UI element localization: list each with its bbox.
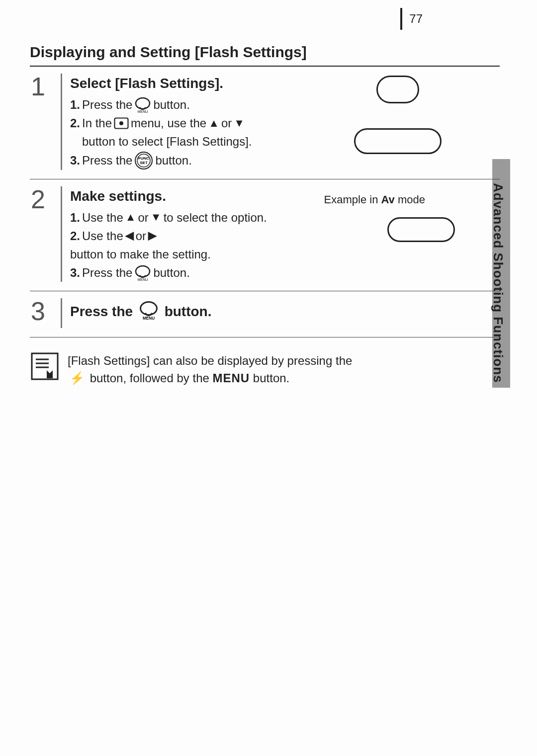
- svg-point-7: [136, 266, 150, 277]
- substep-number: 2.: [70, 114, 80, 132]
- step-2: 2 Make settings. Example in Av mode 1. U…: [30, 179, 500, 292]
- svg-point-2: [119, 121, 123, 125]
- menu-word: MENU: [213, 371, 250, 385]
- manual-page: 77 Advanced Shooting Functions Displayin…: [0, 0, 537, 407]
- substep: 3. Press the MENU button.: [70, 263, 500, 282]
- substep-number: 2.: [70, 227, 80, 245]
- right-arrow-icon: ▶: [148, 227, 157, 244]
- camera-rec-icon: [114, 117, 129, 129]
- substep-text: button to make the setting.: [70, 245, 500, 263]
- svg-text:MENU: MENU: [143, 316, 155, 320]
- func-set-button-icon: FUNC SET: [134, 151, 153, 170]
- example-post: mode: [395, 193, 425, 206]
- substep-number: 3.: [70, 151, 80, 169]
- step-title-pre: Press the: [70, 304, 137, 319]
- step-number: 3: [30, 298, 62, 328]
- substep-text: or: [136, 227, 146, 245]
- page-number: 77: [409, 12, 423, 26]
- tip-note: [Flash Settings] can also be displayed b…: [30, 351, 500, 387]
- callout-oval: [387, 217, 455, 242]
- svg-text:SET: SET: [140, 161, 148, 165]
- substep-text: In the: [82, 114, 112, 132]
- svg-rect-11: [32, 353, 58, 379]
- flash-icon: ⚡: [70, 370, 85, 387]
- substep-text: to select the option.: [164, 208, 267, 227]
- substep-text: Use the: [82, 208, 123, 227]
- tip-line2a: button, followed by the: [90, 371, 213, 385]
- substep-number: 1.: [70, 95, 80, 114]
- step-2-figure: [387, 217, 455, 242]
- up-arrow-icon: ▲: [208, 115, 219, 132]
- svg-point-0: [136, 98, 150, 109]
- example-pre: Example in: [324, 193, 381, 206]
- note-icon: [30, 351, 60, 381]
- step-body: Make settings. Example in Av mode 1. Use…: [70, 186, 500, 282]
- substep-text: or: [138, 208, 149, 227]
- substep-text: or: [221, 114, 232, 132]
- step-title: Make settings.: [70, 188, 500, 204]
- substep-text: button.: [153, 263, 189, 282]
- menu-button-icon: MENU: [134, 96, 151, 113]
- left-arrow-icon: ◀: [125, 227, 134, 244]
- svg-point-9: [140, 302, 157, 315]
- callout-oval: [354, 128, 442, 154]
- substep-number: 1.: [70, 208, 80, 227]
- up-arrow-icon: ▲: [125, 209, 136, 226]
- substep-text: Use the: [82, 227, 123, 245]
- step-body: Press the MENU button.: [70, 298, 500, 328]
- step-title-post: button.: [165, 304, 212, 319]
- substep-text: button.: [155, 151, 191, 169]
- svg-text:FUNC: FUNC: [138, 156, 149, 161]
- tip-text: [Flash Settings] can also be displayed b…: [68, 351, 500, 387]
- down-arrow-icon: ▼: [151, 209, 162, 226]
- page-number-block: 77: [400, 8, 423, 30]
- substep-text: Press the: [82, 95, 132, 114]
- step-number: 2: [30, 186, 62, 282]
- substep-text: menu, use the: [131, 114, 206, 132]
- step-number: 1: [30, 74, 62, 170]
- substep-text: button.: [153, 95, 189, 114]
- tip-line1: [Flash Settings] can also be displayed b…: [68, 354, 352, 367]
- substep-text: Press the: [82, 263, 132, 282]
- step-3: 3 Press the MENU button.: [30, 291, 500, 337]
- substep-number: 3.: [70, 263, 80, 282]
- example-mode-label: Example in Av mode: [324, 193, 425, 206]
- svg-text:MENU: MENU: [138, 278, 148, 281]
- section-heading: Displaying and Setting [Flash Settings]: [30, 44, 500, 61]
- down-arrow-icon: ▼: [234, 115, 245, 132]
- tip-line2c: button.: [253, 371, 289, 385]
- steps-list: 1 Select [Flash Settings]. 1. Press the …: [30, 67, 500, 337]
- step-title: Press the MENU button.: [70, 300, 500, 320]
- step-1: 1 Select [Flash Settings]. 1. Press the …: [30, 67, 500, 179]
- example-mode: Av: [381, 193, 395, 206]
- callout-oval: [376, 76, 419, 103]
- step-1-figures: [341, 76, 455, 154]
- substep-text: Press the: [82, 151, 132, 169]
- menu-icon-label: MENU: [138, 110, 148, 113]
- page-number-bar: [400, 8, 402, 30]
- menu-button-icon: MENU: [134, 264, 151, 281]
- menu-button-icon: MENU: [139, 300, 159, 320]
